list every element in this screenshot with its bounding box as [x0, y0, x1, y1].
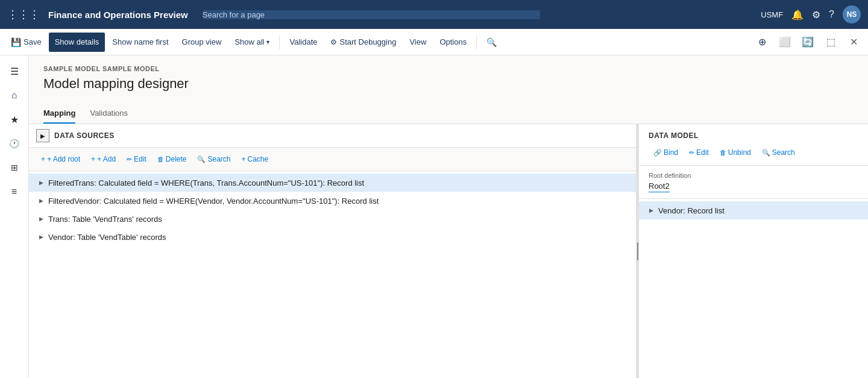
toolbar-separator	[279, 35, 280, 49]
unbind-button[interactable]: 🗑 Unbind	[715, 145, 756, 160]
toolbar-right: ⊕ ⬜ 🔄 ⬚ ✕	[752, 33, 863, 52]
settings-icon[interactable]: ⚙	[812, 9, 820, 20]
search-ds-button[interactable]: 🔍 Search	[192, 151, 235, 167]
cache-button[interactable]: + Cache	[237, 151, 274, 167]
add-icon: +	[91, 155, 95, 163]
user-label: USMF	[761, 10, 783, 19]
add-root-button[interactable]: + + Add root	[36, 151, 85, 167]
debug-icon: ⚙	[330, 38, 337, 46]
group-view-button[interactable]: Group view	[176, 33, 228, 52]
top-navigation: ⋮⋮⋮ Finance and Operations Preview 🔍 USM…	[0, 0, 868, 29]
designer-layout: ▶ DATA SOURCES + + Add root + + Add ✏ Ed…	[29, 124, 868, 378]
edit-dm-button[interactable]: ✏ Edit	[684, 145, 714, 160]
edit-icon: ✏	[127, 156, 132, 163]
dm-title: DATA MODEL	[649, 131, 858, 140]
view-button[interactable]: View	[403, 33, 432, 52]
data-sources-panel: ▶ DATA SOURCES + + Add root + + Add ✏ Ed…	[29, 124, 637, 378]
cache-icon: +	[242, 155, 246, 163]
start-debugging-button[interactable]: ⚙ Start Debugging	[324, 33, 402, 52]
notification-icon[interactable]: 🔔	[791, 9, 804, 20]
delete-ds-button[interactable]: 🗑 Delete	[153, 151, 192, 167]
grid-icon[interactable]: ⋮⋮⋮	[7, 8, 40, 21]
close-icon[interactable]: ✕	[844, 33, 863, 52]
options-button[interactable]: Options	[433, 33, 473, 52]
delete-icon: 🗑	[157, 156, 164, 163]
add-root-icon: +	[41, 155, 45, 163]
popout-icon[interactable]: ⬚	[821, 33, 840, 52]
tab-validations[interactable]: Validations	[90, 104, 128, 124]
chevron-down-icon: ▾	[266, 39, 269, 45]
app-title: Finance and Operations Preview	[48, 10, 188, 20]
add-button[interactable]: + + Add	[86, 151, 121, 167]
breadcrumb: SAMPLE MODEL SAMPLE MODEL	[43, 65, 854, 72]
pin-icon[interactable]: ⊕	[752, 33, 772, 52]
sidebar-item-workspaces[interactable]: ⊞	[4, 157, 25, 178]
expander-icon[interactable]: ▶	[36, 196, 46, 206]
dm-toolbar: 🔗 Bind ✏ Edit 🗑 Unbind 🔍	[649, 145, 858, 160]
unbind-icon: 🗑	[720, 149, 726, 156]
save-button[interactable]: 💾 Save	[5, 33, 48, 52]
refresh-icon[interactable]: 🔄	[798, 33, 817, 52]
bind-icon: 🔗	[653, 149, 662, 157]
validate-button[interactable]: Validate	[283, 33, 323, 52]
ds-title: DATA SOURCES	[54, 131, 115, 140]
root-definition-label: Root definition	[649, 172, 858, 179]
page-header: SAMPLE MODEL SAMPLE MODEL Model mapping …	[29, 55, 868, 104]
toolbar-separator-2	[476, 35, 477, 49]
table-row[interactable]: ▶ FilteredVendor: Calculated field = WHE…	[29, 192, 636, 210]
ds-header: ▶ DATA SOURCES	[29, 124, 636, 148]
search-ds-icon: 🔍	[197, 156, 206, 163]
list-item[interactable]: ▶ Vendor: Record list	[639, 201, 868, 219]
main-layout: ☰ ⌂ ★ 🕐 ⊞ ≡ SAMPLE MODEL SAMPLE MODEL Mo…	[0, 55, 868, 378]
help-icon[interactable]: ?	[829, 9, 834, 20]
main-toolbar: 💾 Save Show details Show name first Grou…	[0, 29, 868, 55]
show-all-button[interactable]: Show all ▾	[228, 33, 275, 52]
search-wrap: 🔍	[203, 10, 540, 19]
root-definition-value: Root2	[649, 181, 670, 192]
ds-toolbar: + + Add root + + Add ✏ Edit 🗑 Delete	[29, 148, 636, 171]
expander-icon[interactable]: ▶	[36, 214, 46, 224]
table-row[interactable]: ▶ Trans: Table 'VendTrans' records	[29, 210, 636, 228]
expander-icon[interactable]: ▶	[646, 206, 656, 215]
sidebar-item-hamburger[interactable]: ☰	[4, 60, 25, 82]
sidebar-item-recent[interactable]: 🕐	[4, 133, 25, 154]
toolbar-search-button[interactable]: 🔍	[480, 33, 503, 52]
expand-icon[interactable]: ⬜	[775, 33, 794, 52]
toolbar-search-icon: 🔍	[486, 37, 497, 47]
table-row[interactable]: ▶ FilteredTrans: Calculated field = WHER…	[29, 174, 636, 192]
content-area: SAMPLE MODEL SAMPLE MODEL Model mapping …	[29, 55, 868, 378]
sidebar-item-list[interactable]: ≡	[4, 181, 25, 203]
sidebar-item-favorites[interactable]: ★	[4, 109, 25, 130]
edit-dm-icon: ✏	[689, 149, 694, 157]
search-dm-button[interactable]: 🔍 Search	[757, 145, 800, 160]
show-name-first-button[interactable]: Show name first	[106, 33, 174, 52]
expander-icon[interactable]: ▶	[36, 178, 46, 187]
left-sidebar: ☰ ⌂ ★ 🕐 ⊞ ≡	[0, 55, 29, 378]
bind-button[interactable]: 🔗 Bind	[649, 145, 683, 160]
divider-handle	[637, 242, 638, 260]
show-details-button[interactable]: Show details	[49, 33, 105, 52]
ds-tree: ▶ FilteredTrans: Calculated field = WHER…	[29, 171, 636, 378]
tabs: Mapping Validations	[29, 104, 868, 124]
dm-tree: ▶ Vendor: Record list	[639, 199, 868, 378]
save-icon: 💾	[11, 37, 21, 47]
table-row[interactable]: ▶ Vendor: Table 'VendTable' records	[29, 228, 636, 246]
sidebar-item-home[interactable]: ⌂	[4, 84, 25, 106]
edit-ds-button[interactable]: ✏ Edit	[122, 151, 151, 167]
dm-root-section: Root definition Root2	[639, 166, 868, 199]
ds-toggle-button[interactable]: ▶	[36, 129, 49, 142]
avatar[interactable]: NS	[843, 5, 861, 24]
tab-mapping[interactable]: Mapping	[43, 104, 75, 124]
dm-header: DATA MODEL 🔗 Bind ✏ Edit 🗑 Unbind	[639, 124, 868, 166]
data-model-panel: DATA MODEL 🔗 Bind ✏ Edit 🗑 Unbind	[639, 124, 868, 378]
search-dm-icon: 🔍	[762, 149, 770, 157]
page-search-input[interactable]	[203, 10, 540, 19]
top-nav-right: USMF 🔔 ⚙ ? NS	[761, 5, 861, 24]
expander-icon[interactable]: ▶	[36, 232, 46, 242]
page-title: Model mapping designer	[43, 76, 854, 92]
